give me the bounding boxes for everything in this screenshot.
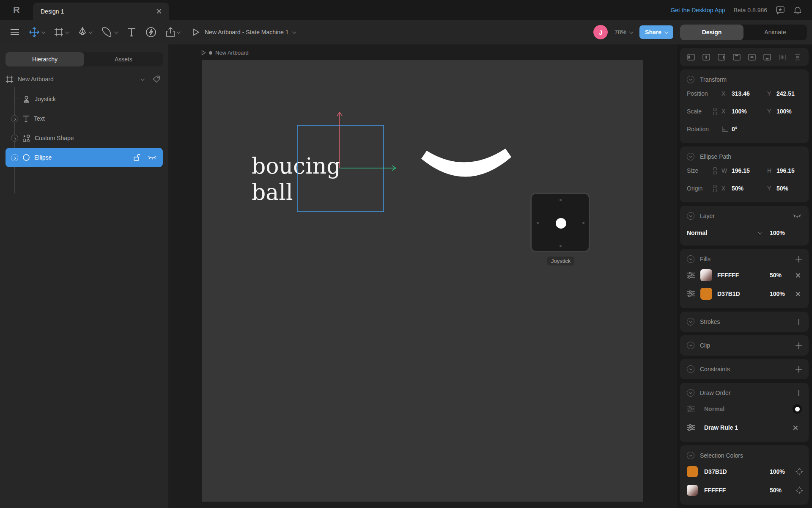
selection-color-opacity[interactable]: 50% (770, 487, 795, 494)
text-tool[interactable] (124, 25, 139, 39)
add-stroke-icon[interactable] (796, 319, 802, 325)
tree-item-joystick[interactable]: Joystick (5, 89, 163, 109)
remove-fill-icon[interactable] (795, 291, 801, 297)
tab-hierarchy[interactable]: Hierarchy (5, 52, 84, 66)
move-tool-chevron-icon[interactable] (41, 30, 46, 34)
position-y-field[interactable]: 242.51 (776, 90, 802, 97)
collapse-chevron-icon[interactable] (687, 76, 694, 83)
pen-tool-chevron-icon[interactable] (89, 30, 93, 34)
size-h-field[interactable]: 196.15 (776, 167, 802, 174)
collapse-chevron-icon[interactable] (687, 365, 694, 373)
fill-hex-field[interactable]: D37B1D (717, 290, 770, 297)
fill-color-swatch[interactable] (700, 288, 712, 300)
link-values-icon[interactable] (713, 108, 717, 115)
shapes-tool-chevron-icon[interactable] (114, 30, 118, 34)
align-right-icon[interactable] (717, 53, 726, 61)
remove-fill-icon[interactable] (795, 273, 801, 278)
collapse-chevron-icon[interactable] (687, 342, 694, 349)
scale-x-field[interactable]: 100% (732, 108, 767, 115)
tab-design-1[interactable]: Design 1 (33, 3, 169, 20)
fill-hex-field[interactable]: FFFFFF (717, 272, 770, 279)
collapse-chevron-icon[interactable] (687, 255, 694, 263)
remove-draw-rule-icon[interactable] (793, 425, 798, 431)
artboard-surface[interactable] (202, 60, 643, 502)
tab-animate-mode[interactable]: Animate (743, 25, 807, 40)
collapse-chevron-icon[interactable] (687, 452, 694, 459)
zoom-control[interactable]: 78% (614, 29, 633, 36)
rive-logo-icon[interactable]: R (0, 5, 33, 16)
eye-closed-icon[interactable] (793, 213, 802, 219)
size-w-field[interactable]: 196.15 (732, 167, 767, 174)
collapse-chevron-icon[interactable] (687, 153, 694, 160)
main-menu-button[interactable] (8, 26, 22, 38)
fill-opacity-field[interactable]: 100% (770, 290, 795, 297)
draw-rule-active-radio[interactable] (793, 404, 802, 414)
origin-x-field[interactable]: 50% (732, 185, 767, 192)
selection-color-swatch[interactable] (687, 466, 698, 477)
zoom-chevron-icon[interactable] (629, 30, 634, 34)
add-clip-icon[interactable] (796, 342, 802, 349)
artboard-canvas-label[interactable]: New Artboard (201, 50, 249, 56)
shapes-tool[interactable] (99, 25, 120, 40)
artboard-tool[interactable] (52, 25, 71, 39)
blend-mode-chevron-icon[interactable] (758, 230, 763, 235)
feedback-icon[interactable] (776, 6, 785, 14)
add-constraint-icon[interactable] (796, 366, 802, 373)
select-move-tool[interactable] (26, 24, 47, 40)
artboard-state-machine-selector[interactable]: New Artboard - State Machine 1 (205, 29, 296, 36)
target-icon[interactable] (795, 486, 804, 494)
tab-assets[interactable]: Assets (84, 52, 163, 66)
selection-color-swatch[interactable] (687, 485, 698, 496)
fill-opacity-field[interactable]: 50% (770, 272, 795, 279)
unlock-icon[interactable] (133, 154, 140, 161)
joystick-knob[interactable] (556, 218, 566, 229)
distribute-vertical-icon[interactable] (793, 53, 802, 61)
notifications-bell-icon[interactable] (793, 6, 802, 15)
align-vertical-center-icon[interactable] (748, 53, 756, 61)
expand-chevron-icon[interactable] (11, 115, 18, 122)
add-draw-rule-icon[interactable] (796, 390, 802, 396)
tab-close-icon[interactable] (156, 8, 162, 14)
add-fill-icon[interactable] (796, 256, 802, 262)
link-values-icon[interactable] (713, 185, 717, 192)
align-bottom-icon[interactable] (763, 53, 771, 61)
rotation-field[interactable]: 0° (732, 126, 767, 133)
align-top-icon[interactable] (732, 53, 741, 61)
tab-design-mode[interactable]: Design (680, 25, 743, 40)
fill-color-swatch[interactable] (700, 269, 712, 281)
eye-closed-icon[interactable] (148, 155, 157, 160)
play-preview-button[interactable] (193, 28, 200, 36)
collapse-chevron-icon[interactable] (687, 389, 694, 397)
layer-opacity-field[interactable]: 100% (770, 229, 802, 236)
tree-item-custom-shape[interactable]: Custom Shape (5, 128, 163, 148)
pen-tool[interactable] (75, 25, 95, 40)
user-avatar[interactable]: J (593, 25, 608, 39)
collapse-chevron-icon[interactable] (687, 212, 694, 220)
selection-color-hex[interactable]: D37B1D (704, 468, 770, 475)
share-button[interactable]: Share (639, 25, 673, 39)
fill-options-icon[interactable] (687, 271, 695, 279)
target-icon[interactable] (795, 467, 804, 476)
export-tool[interactable] (163, 25, 183, 40)
tag-icon[interactable] (153, 75, 160, 83)
events-tool[interactable] (143, 24, 159, 40)
joystick-widget[interactable] (532, 194, 589, 251)
get-desktop-app-link[interactable]: Get the Desktop App (670, 7, 725, 14)
canvas[interactable]: New Artboard boucing ball Joystick (168, 44, 677, 508)
align-horizontal-center-icon[interactable] (702, 53, 710, 61)
collapse-chevron-icon[interactable] (687, 318, 694, 326)
selection-color-opacity[interactable]: 100% (770, 468, 795, 475)
stage-text-object[interactable]: boucing ball (252, 153, 341, 205)
link-values-icon[interactable] (713, 167, 717, 174)
expand-chevron-icon[interactable] (11, 135, 18, 142)
tree-item-ellipse[interactable]: Ellipse (5, 148, 163, 167)
artboard-tool-chevron-icon[interactable] (65, 30, 69, 34)
distribute-horizontal-icon[interactable] (778, 53, 787, 61)
selection-color-hex[interactable]: FFFFFF (704, 487, 770, 494)
expand-chevron-icon[interactable] (11, 154, 18, 161)
selector-chevron-icon[interactable] (292, 30, 296, 34)
blend-mode-select[interactable]: Normal (687, 229, 759, 236)
draw-rule-options-icon[interactable] (687, 424, 695, 431)
tree-item-text[interactable]: Text (5, 109, 163, 128)
export-tool-chevron-icon[interactable] (177, 30, 181, 34)
